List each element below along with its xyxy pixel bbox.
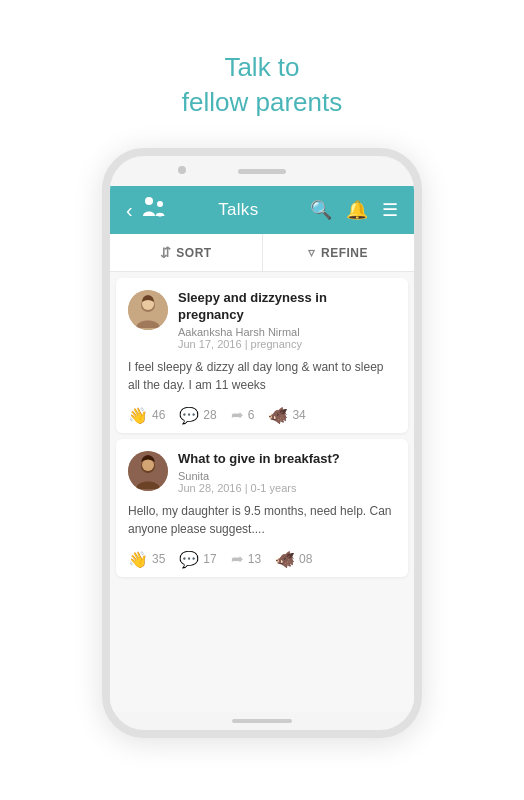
refine-button[interactable]: ▿ REFINE [263, 234, 415, 271]
share-count-1: 6 [248, 408, 255, 422]
post-date-2: Jun 28, 2016 | 0-1 years [178, 482, 396, 494]
share-icon-1: ➦ [231, 406, 244, 424]
comment-count-2: 17 [203, 552, 216, 566]
comment-count-1: 28 [203, 408, 216, 422]
filter-bar: ⇵ SORT ▿ REFINE [110, 234, 414, 272]
home-indicator [232, 719, 292, 723]
app-screen: ‹ Talks 🔍 [110, 186, 414, 712]
post-content-2: Hello, my daughter is 9.5 months, need h… [128, 502, 396, 538]
speaker-icon [238, 169, 286, 174]
share-button-1[interactable]: ➦ 6 [231, 406, 255, 424]
post-author-1: Aakanksha Harsh Nirmal [178, 326, 396, 338]
front-camera-icon [178, 166, 186, 174]
phone-bottom-bar [110, 712, 414, 730]
sort-label: SORT [176, 246, 211, 260]
hand-icon-1: 👋 [128, 406, 148, 425]
post-card-1[interactable]: Sleepy and dizzyness in pregnancy Aakank… [116, 278, 408, 433]
post-meta-1: Sleepy and dizzyness in pregnancy Aakank… [178, 290, 396, 350]
comment-icon-1: 💬 [179, 406, 199, 425]
search-icon[interactable]: 🔍 [310, 199, 332, 221]
comment-button-2[interactable]: 💬 17 [179, 550, 216, 569]
post-content-1: I feel sleepy & dizzy all day long & wan… [128, 358, 396, 394]
avatar-2 [128, 451, 168, 491]
post-top-1: Sleepy and dizzyness in pregnancy Aakank… [128, 290, 396, 350]
bell-icon[interactable]: 🔔 [346, 199, 368, 221]
share-button-2[interactable]: ➦ 13 [231, 550, 261, 568]
posts-list: Sleepy and dizzyness in pregnancy Aakank… [110, 272, 414, 712]
share-icon-2: ➦ [231, 550, 244, 568]
foot-button-1[interactable]: 🐗 34 [268, 406, 305, 425]
header-title: Talks [218, 200, 258, 220]
foot-icon-2: 🐗 [275, 550, 295, 569]
post-actions-1: 👋 46 💬 28 ➦ 6 🐗 34 [128, 402, 396, 425]
menu-icon[interactable]: ☰ [382, 199, 398, 221]
phone-top-bar [110, 156, 414, 186]
foot-count-2: 08 [299, 552, 312, 566]
like-count-1: 46 [152, 408, 165, 422]
share-count-2: 13 [248, 552, 261, 566]
refine-icon: ▿ [308, 245, 316, 260]
hand-icon-2: 👋 [128, 550, 148, 569]
header-icons: 🔍 🔔 ☰ [310, 199, 398, 221]
hero-title: Talk to fellow parents [182, 50, 342, 120]
back-button[interactable]: ‹ [126, 199, 133, 222]
post-title-1: Sleepy and dizzyness in pregnancy [178, 290, 396, 324]
foot-icon-1: 🐗 [268, 406, 288, 425]
comment-icon-2: 💬 [179, 550, 199, 569]
sort-icon: ⇵ [160, 245, 172, 260]
post-author-2: Sunita [178, 470, 396, 482]
phone-frame: ‹ Talks 🔍 [102, 148, 422, 738]
post-actions-2: 👋 35 💬 17 ➦ 13 🐗 08 [128, 546, 396, 569]
comment-button-1[interactable]: 💬 28 [179, 406, 216, 425]
refine-label: REFINE [321, 246, 368, 260]
sort-button[interactable]: ⇵ SORT [110, 234, 263, 271]
like-button-1[interactable]: 👋 46 [128, 406, 165, 425]
post-meta-2: What to give in breakfast? Sunita Jun 28… [178, 451, 396, 494]
header-left: ‹ [126, 196, 167, 224]
app-header: ‹ Talks 🔍 [110, 186, 414, 234]
post-card-2[interactable]: What to give in breakfast? Sunita Jun 28… [116, 439, 408, 577]
svg-point-7 [142, 459, 154, 471]
svg-point-0 [145, 197, 153, 205]
foot-count-1: 34 [292, 408, 305, 422]
like-count-2: 35 [152, 552, 165, 566]
like-button-2[interactable]: 👋 35 [128, 550, 165, 569]
svg-point-1 [157, 201, 163, 207]
post-title-2: What to give in breakfast? [178, 451, 396, 468]
avatar-1 [128, 290, 168, 330]
foot-button-2[interactable]: 🐗 08 [275, 550, 312, 569]
parent-icon [141, 196, 167, 224]
post-date-1: Jun 17, 2016 | pregnancy [178, 338, 396, 350]
post-top-2: What to give in breakfast? Sunita Jun 28… [128, 451, 396, 494]
